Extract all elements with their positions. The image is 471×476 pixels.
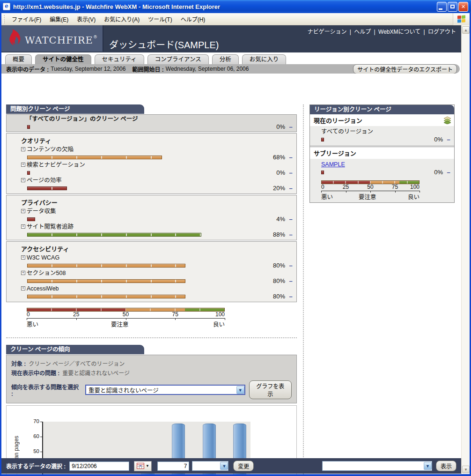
brand-wordmark: watchfire® <box>25 30 98 47</box>
info-bar: 表示中のデータ : Tuesday, September 12, 2006 範囲… <box>1 64 460 74</box>
expand-icon[interactable]: + <box>21 178 25 182</box>
trend-flat-icon: – <box>285 231 296 238</box>
header-link-0[interactable]: ナビゲーション <box>306 29 348 35</box>
issue-group-name: クオリティ <box>7 135 296 145</box>
menu-item-2[interactable]: 表示(V) <box>73 14 100 24</box>
expand-icon[interactable]: + <box>21 147 25 151</box>
maximize-button[interactable] <box>448 2 457 12</box>
menu-item-1[interactable]: 編集(E) <box>45 14 73 24</box>
chevron-down-icon[interactable]: ▼ <box>236 386 244 394</box>
tab-3[interactable]: コンプライアンス <box>147 54 209 64</box>
regions-column: リージョン別クリーン ページ 現在のリージョン すべてのリージョン0%– <box>309 104 455 203</box>
score-percent: 0% <box>434 169 443 176</box>
subregion-header-row: サブリージョン <box>310 147 454 159</box>
scroll-down-icon[interactable]: ▼ <box>462 466 470 473</box>
header-link-1[interactable]: ヘルプ <box>353 29 372 35</box>
menu-item-3[interactable]: お気に入り(A) <box>100 14 144 24</box>
scale-zone-label: 悪い <box>27 320 38 328</box>
expand-icon[interactable]: + <box>21 163 25 167</box>
score-bar <box>27 156 162 159</box>
period-unit-select[interactable]: Days ▼ <box>192 461 228 471</box>
watchfire-logo: watchfire® <box>1 25 103 52</box>
header-link-3[interactable]: ログアウト <box>427 29 457 35</box>
data-selection-bar: 表示するデータの選択 : ▼ Days ▼ <box>1 458 461 474</box>
page-title: ダッシュボード(SAMPLE) <box>109 37 219 51</box>
metric-label: セクション508 <box>27 270 66 276</box>
calendar-picker-button[interactable]: ▼ <box>134 461 152 471</box>
tab-0[interactable]: 概要 <box>5 54 32 64</box>
link-separator: | <box>348 29 353 35</box>
trend-flat-icon: – <box>285 216 296 223</box>
expand-icon[interactable]: + <box>21 224 25 229</box>
metric-label: コンテンツの欠陥 <box>27 146 74 153</box>
date-input[interactable] <box>69 461 129 471</box>
menu-item-0[interactable]: ファイル(F) <box>7 14 45 24</box>
window-title: http://xm1.websuites.jp - Watchfire WebX… <box>13 3 437 10</box>
tab-5[interactable]: お気に入り <box>242 54 287 64</box>
score-bar <box>27 279 185 283</box>
score-bar <box>27 171 30 175</box>
window-border <box>0 474 471 476</box>
vertical-scrollbar[interactable]: ▲ ▼ <box>461 25 470 474</box>
change-button[interactable]: 変更 <box>233 461 254 471</box>
score-percent: 0% <box>276 123 285 130</box>
chevron-down-icon[interactable]: ▼ <box>424 462 432 470</box>
header-link-2[interactable]: WebXMについて <box>377 29 422 35</box>
scroll-up-icon[interactable]: ▲ <box>462 26 470 34</box>
trend-flat-icon: – <box>285 262 296 269</box>
scale-zone-label: 要注意 <box>359 192 376 201</box>
expand-icon[interactable]: + <box>21 286 25 290</box>
menu-item-4[interactable]: ツール(T) <box>144 14 176 24</box>
issues-column: 問題別クリーン ページ 「すべてのリージョン」のクリーン ページ0%– クオリテ… <box>6 104 297 474</box>
expand-icon[interactable]: + <box>21 271 25 275</box>
metric-label: サイト閲覧者追跡 <box>27 223 74 230</box>
period-unit-value: Days <box>195 463 208 469</box>
trend-target-label: 対象 : <box>11 361 26 367</box>
trend-flat-icon: – <box>285 154 296 161</box>
chevron-down-icon[interactable]: ▼ <box>220 462 228 470</box>
menu-item-5[interactable]: ヘルプ(H) <box>177 14 210 24</box>
trend-issue-value: 重要と認識されないページ <box>62 370 130 377</box>
view-button[interactable]: 表示 <box>436 461 456 471</box>
current-data-value: Tuesday, September 12, 2006 <box>51 66 125 72</box>
scale-tick-label: 100 <box>410 184 419 190</box>
score-bar <box>27 295 185 298</box>
metric-label: 検索とナビゲーション <box>27 162 85 168</box>
trend-flat-icon: – <box>285 277 296 284</box>
score-percent: 88% <box>273 231 285 238</box>
score-bar <box>27 186 67 190</box>
region-map-icon[interactable] <box>443 116 451 124</box>
regions-panel: リージョン別クリーン ページ 現在のリージョン すべてのリージョン0%– <box>309 104 455 203</box>
period-count-input[interactable] <box>157 461 189 471</box>
trend-flat-icon: – <box>285 169 296 176</box>
score-percent: 80% <box>273 293 285 300</box>
issue-select[interactable]: 重要と認識されないページ ▼ <box>85 385 245 395</box>
ie-page-icon: e <box>3 3 10 10</box>
minimize-button[interactable] <box>437 2 447 12</box>
scale-tick-label: 75 <box>172 311 178 318</box>
dashboard-select[interactable]: ダッシュボード(SAMPLE) ▼ <box>322 461 432 471</box>
scale-zone-label: 悪い <box>321 192 333 201</box>
scale-tick-label: 25 <box>73 311 79 318</box>
toolbar-grip[interactable] <box>3 15 5 23</box>
section-divider <box>6 337 297 338</box>
score-percent: 20% <box>273 185 285 192</box>
scale-tick-label: 0 <box>27 311 30 318</box>
score-percent: 68% <box>273 154 285 161</box>
column-divider <box>303 104 304 474</box>
show-graph-button[interactable]: グラフを表示 <box>249 380 292 399</box>
scale-zone-label: 要注意 <box>111 320 129 328</box>
subregion-link[interactable]: SAMPLE <box>321 161 345 168</box>
export-health-data-button[interactable]: サイトの健全性データのエクスポート <box>353 64 457 74</box>
tab-2[interactable]: セキュリティ <box>95 54 144 64</box>
tab-1[interactable]: サイトの健全性 <box>35 54 91 64</box>
expand-icon[interactable]: + <box>21 209 25 213</box>
issue-select-value: 重要と認識されないページ <box>88 386 159 394</box>
score-bar <box>321 138 324 141</box>
tab-4[interactable]: 分析 <box>212 54 239 64</box>
trend-flat-icon: – <box>285 123 296 130</box>
expand-icon[interactable]: + <box>21 255 25 260</box>
regions-panel-header: リージョン別クリーン ページ <box>310 105 454 114</box>
close-button[interactable]: ✕ <box>458 2 468 12</box>
tab-strip: 概要サイトの健全性セキュリティコンプライアンス分析お気に入り <box>1 52 461 64</box>
